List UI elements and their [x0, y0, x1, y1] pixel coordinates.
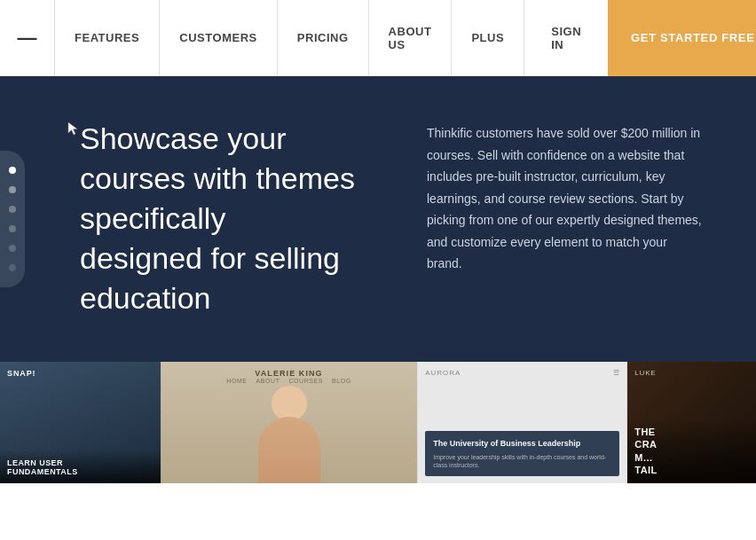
aurora-title: The University of Business Leadership — [433, 438, 611, 449]
dot-2[interactable] — [9, 186, 16, 193]
dot-6[interactable] — [9, 264, 16, 271]
hero-section: Showcase your courses with themes specif… — [0, 76, 756, 362]
snap-bottom-overlay: LEARN USER FUNDAMENTALS — [0, 450, 161, 483]
nav-link-pricing[interactable]: PRICING — [278, 0, 369, 76]
cards-section: SNAP! LEARN USER FUNDAMENTALS VALERIE KI… — [0, 362, 756, 483]
nav-link-plus[interactable]: PLUS — [452, 0, 524, 76]
nav-signin[interactable]: SIGN IN — [524, 0, 608, 76]
dot-3[interactable] — [9, 206, 16, 213]
nav-link-features[interactable]: FEATURES — [55, 0, 160, 76]
aurora-content-box: The University of Business Leadership Im… — [425, 431, 619, 476]
dot-5[interactable] — [9, 245, 16, 252]
dot-4[interactable] — [9, 225, 16, 232]
logo-icon: — — [18, 27, 37, 50]
valerie-person — [258, 386, 320, 483]
hero-description: Thinkific customers have sold over $200 … — [427, 122, 703, 275]
valerie-nav: HOME ABOUT COURSES BLOG — [161, 378, 417, 384]
snap-top-label: SNAP! — [7, 369, 36, 378]
snap-bottom-sub: FUNDAMENTALS — [7, 467, 154, 476]
nav-link-customers[interactable]: CUSTOMERS — [160, 0, 278, 76]
card-snap[interactable]: SNAP! LEARN USER FUNDAMENTALS — [0, 362, 161, 483]
hero-left: Showcase your courses with themes specif… — [53, 119, 356, 317]
aurora-subtitle: Improve your leadership skills with in-d… — [433, 453, 611, 470]
snap-bottom-label: LEARN USER — [7, 458, 154, 467]
nav-cta-button[interactable]: GET STARTED FREE — [608, 0, 756, 76]
hero-right: Thinkific customers have sold over $200 … — [427, 119, 703, 317]
nav-link-about[interactable]: ABOUT US — [369, 0, 453, 76]
luke-top: LUKE — [634, 369, 656, 377]
hero-heading: Showcase your courses with themes specif… — [80, 119, 356, 317]
card-luke[interactable]: LUKE THE CRA M... TAIL — [627, 362, 756, 483]
card-aurora[interactable]: AURORA ☰ The University of Business Lead… — [417, 362, 627, 483]
nav-logo[interactable]: — — [0, 0, 55, 76]
sidebar-dots — [0, 151, 25, 287]
dot-1[interactable] — [9, 167, 16, 174]
nav-links: FEATURES CUSTOMERS PRICING ABOUT US PLUS — [55, 0, 524, 76]
card-valerie[interactable]: VALERIE KING HOME ABOUT COURSES BLOG — [161, 362, 417, 483]
navbar: — FEATURES CUSTOMERS PRICING ABOUT US PL… — [0, 0, 756, 76]
aurora-brand: AURORA ☰ — [425, 369, 619, 377]
luke-text: THE CRA M... TAIL — [634, 426, 749, 476]
luke-overlay: THE CRA M... TAIL — [627, 419, 756, 483]
valerie-name: VALERIE KING — [161, 369, 417, 378]
